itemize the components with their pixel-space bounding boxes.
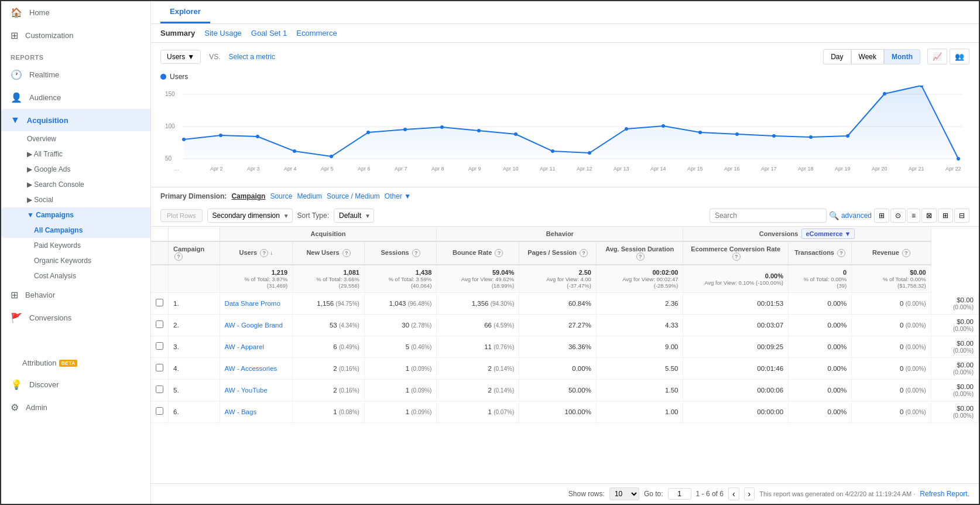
users-question[interactable]: ?	[260, 249, 268, 257]
sub-tab-summary[interactable]: Summary	[160, 29, 195, 37]
sub-tab-ecommerce[interactable]: Ecommerce	[296, 29, 337, 37]
metric-button[interactable]: Users ▼	[160, 50, 201, 64]
row6-campaign[interactable]: AW - Bags	[220, 401, 293, 422]
line-chart-icon[interactable]: 📈	[927, 49, 947, 64]
sidebar-item-realtime[interactable]: 🕐 Realtime	[1, 63, 150, 86]
sidebar-item-home[interactable]: 🏠 Home	[1, 1, 150, 24]
sidebar-sub-search-console[interactable]: ▶ Search Console	[1, 177, 150, 192]
row1-campaign[interactable]: Data Share Promo	[220, 293, 293, 315]
bounce-rate-question[interactable]: ?	[495, 249, 503, 257]
th-users[interactable]: Users ? ↓	[220, 241, 293, 265]
dim-campaign[interactable]: Campaign	[231, 192, 265, 200]
main-content: Explorer Summary Site Usage Goal Set 1 E…	[151, 1, 979, 504]
sidebar-sub-organic-keywords[interactable]: Organic Keywords	[1, 253, 150, 268]
bar-view-icon[interactable]: ≡	[907, 209, 920, 223]
sidebar-item-behavior[interactable]: ⊞ Behavior	[1, 284, 150, 306]
th-revenue[interactable]: Revenue ?	[852, 241, 931, 265]
row4-checkbox[interactable]	[151, 357, 169, 379]
sidebar-item-audience[interactable]: 👤 Audience	[1, 86, 150, 109]
th-transactions[interactable]: Transactions ?	[789, 241, 852, 265]
goto-input[interactable]	[668, 488, 691, 500]
time-btn-week[interactable]: Week	[851, 49, 884, 64]
tab-explorer[interactable]: Explorer	[160, 1, 210, 23]
row6-checkbox[interactable]	[151, 401, 169, 422]
refresh-report-link[interactable]: Refresh Report.	[920, 490, 969, 498]
new-users-question[interactable]: ?	[342, 249, 351, 257]
sidebar-sub-all-campaigns[interactable]: All Campaigns	[1, 223, 150, 238]
row3-campaign[interactable]: AW - Apparel	[220, 336, 293, 357]
sidebar-sub-overview[interactable]: Overview	[1, 131, 150, 146]
dim-source-medium[interactable]: Source / Medium	[327, 192, 380, 200]
row3-checkbox[interactable]	[151, 336, 169, 357]
transactions-question[interactable]: ?	[837, 249, 845, 257]
sort-type-select[interactable]: Default	[334, 209, 374, 223]
row1-checkbox[interactable]	[151, 293, 169, 315]
revenue-question[interactable]: ?	[902, 249, 910, 257]
compare-view-icon[interactable]: ⊠	[921, 209, 937, 223]
search-section: 🔍 advanced ⊞ ⊙ ≡ ⊠ ⊞ ⊟	[710, 209, 969, 223]
sidebar-sub-paid-keywords[interactable]: Paid Keywords	[1, 238, 150, 253]
search-icon[interactable]: 🔍	[829, 211, 839, 220]
table-row: 6. AW - Bags 1 (0.08%) 1 (0.09%) 1 (0.07…	[151, 401, 979, 422]
search-input[interactable]	[710, 209, 827, 223]
sessions-question[interactable]: ?	[412, 249, 420, 257]
th-pages-session[interactable]: Pages / Session ?	[519, 241, 597, 265]
ecommerce-badge[interactable]: eCommerce ▼	[801, 228, 855, 239]
time-btn-day[interactable]: Day	[823, 49, 851, 64]
row5-campaign[interactable]: AW - YouTube	[220, 379, 293, 401]
sidebar-item-attribution[interactable]: Attribution BETA	[1, 353, 150, 373]
svg-point-7	[182, 138, 186, 141]
sidebar-item-acquisition[interactable]: ▼ Acquisition	[1, 109, 150, 131]
sidebar-item-conversions[interactable]: 🚩 Conversions	[1, 306, 150, 329]
dim-medium[interactable]: Medium	[297, 192, 322, 200]
sidebar-item-admin[interactable]: ⚙ Admin	[1, 396, 150, 419]
data-table: Acquisition Behavior Conversions eCommer…	[151, 227, 979, 423]
th-new-users[interactable]: New Users ?	[293, 241, 365, 265]
prev-page-button[interactable]: ‹	[728, 487, 739, 500]
pie-view-icon[interactable]: ⊙	[890, 209, 906, 223]
time-btn-month[interactable]: Month	[884, 49, 920, 64]
secondary-dim-select[interactable]: Secondary dimension	[207, 209, 293, 223]
sub-tab-site-usage[interactable]: Site Usage	[204, 29, 242, 37]
summary-view-icon[interactable]: ⊟	[954, 209, 969, 223]
row5-checkbox[interactable]	[151, 379, 169, 401]
sidebar-sub-google-ads[interactable]: ▶ Google Ads	[1, 162, 150, 177]
th-bounce-rate[interactable]: Bounce Rate ?	[437, 241, 519, 265]
dim-other[interactable]: Other ▼	[385, 192, 411, 200]
row2-checkbox[interactable]	[151, 314, 169, 336]
svg-point-26	[883, 92, 886, 95]
next-page-button[interactable]: ›	[744, 487, 755, 500]
pivot-view-icon[interactable]: ⊞	[938, 209, 953, 223]
metric-selector[interactable]: Users ▼	[160, 50, 201, 64]
sidebar-sub-social[interactable]: ▶ Social	[1, 192, 150, 207]
grid-view-icon[interactable]: ⊞	[874, 209, 889, 223]
avg-session-question[interactable]: ?	[636, 252, 645, 261]
totals-avg-session: 00:02:00 Avg for View: 00:02:47 (-28.59%…	[596, 265, 683, 293]
select-metric-link[interactable]: Select a metric	[229, 53, 275, 61]
th-avg-session[interactable]: Avg. Session Duration ?	[596, 241, 683, 265]
th-campaign[interactable]: Campaign ?	[169, 241, 220, 265]
sort-type-wrapper: Default ▼	[334, 209, 374, 223]
ecomm-rate-question[interactable]: ?	[732, 252, 741, 261]
totals-ecomm-rate: 0.00% Avg for View: 0.10% (-100.00%)	[683, 265, 789, 293]
dim-source[interactable]: Source	[270, 192, 292, 200]
sidebar-sub-all-traffic[interactable]: ▶ All Traffic	[1, 146, 150, 162]
sidebar-item-customization[interactable]: ⊞ Customization	[1, 24, 150, 47]
plot-rows-button[interactable]: Plot Rows	[160, 209, 203, 222]
pie-chart-icon[interactable]: 👥	[950, 49, 969, 64]
advanced-link[interactable]: advanced	[841, 211, 872, 220]
th-ecomm-rate[interactable]: Ecommerce Conversion Rate ?	[683, 241, 789, 265]
campaign-question[interactable]: ?	[174, 252, 183, 261]
row6-users: 1 (0.08%)	[293, 401, 365, 422]
sidebar-sub-cost-analysis[interactable]: Cost Analysis	[1, 268, 150, 284]
pages-session-question[interactable]: ?	[580, 249, 588, 257]
sub-tab-goal-set[interactable]: Goal Set 1	[251, 29, 287, 37]
row2-campaign[interactable]: AW - Google Brand	[220, 314, 293, 336]
sidebar-item-discover[interactable]: 💡 Discover	[1, 373, 150, 396]
row4-campaign[interactable]: AW - Accessories	[220, 357, 293, 379]
th-sessions[interactable]: Sessions ?	[364, 241, 436, 265]
table-row: 4. AW - Accessories 2 (0.16%) 1 (0.09%) …	[151, 357, 979, 379]
sidebar-sub-campaigns[interactable]: ▼ Campaigns	[1, 207, 150, 223]
users-sort-arrow[interactable]: ↓	[270, 250, 273, 256]
rows-select[interactable]: 10 25 50 100	[609, 487, 639, 500]
